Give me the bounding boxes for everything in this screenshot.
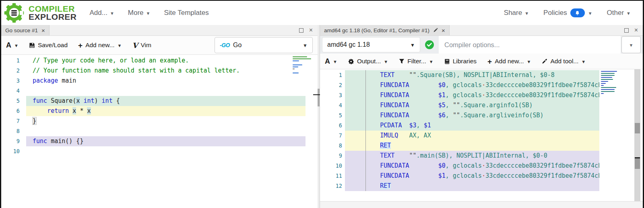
code-line[interactable]: 5 FUNCDATA $6, "".Square.argliveinfo(SB)	[320, 110, 599, 121]
compiler-select[interactable]: amd64 gc 1.18 ▼	[322, 37, 420, 52]
menu-site-templates[interactable]: Site Templates	[164, 9, 208, 17]
close-tab-icon[interactable]: ×	[41, 27, 45, 33]
caret-down-icon: ▼	[527, 59, 531, 64]
tab-title: Go source #1	[5, 27, 38, 33]
code-text: TEXT "".main(SB), NOSPLIT|ABIInternal, $…	[345, 151, 599, 161]
line-number: 2	[1, 66, 26, 76]
code-line[interactable]: 11 FUNCDATA $1, gclocals·33cdeccccebe803…	[320, 171, 599, 181]
line-number: 3	[320, 90, 345, 100]
menu-other[interactable]: Other▼	[607, 9, 631, 17]
caret-down-icon: ▼	[118, 43, 122, 48]
close-tab-icon[interactable]: ×	[442, 27, 445, 33]
vertical-scrollbar[interactable]	[634, 69, 640, 208]
line-number: 4	[320, 100, 345, 110]
scrollbar-thumb[interactable]	[635, 123, 640, 133]
go-logo-icon: -GO	[220, 42, 230, 48]
assembly-minimap[interactable]	[601, 71, 619, 95]
line-number: 6	[1, 106, 26, 116]
code-text	[26, 86, 305, 96]
libraries-button[interactable]: Libraries	[444, 58, 477, 65]
code-line[interactable]: 1// Type your code here, or load an exam…	[1, 56, 305, 66]
code-line[interactable]: 2// Your function name should start with…	[1, 66, 305, 76]
code-line[interactable]: 3 FUNCDATA $1, gclocals·33cdeccccebe8032…	[320, 90, 599, 100]
book-icon	[444, 58, 450, 64]
pane-splitter[interactable]	[318, 25, 320, 208]
indent-guide	[365, 70, 366, 191]
code-line[interactable]: 7 IMULQ AX, AX	[320, 131, 599, 141]
output-button[interactable]: Output... ▼	[348, 58, 388, 65]
scrollbar-thumb[interactable]	[635, 157, 640, 169]
code-line[interactable]: 12 RET	[320, 181, 599, 191]
code-text: FUNCDATA $1, gclocals·33cdeccccebe80329f…	[345, 171, 599, 181]
code-line[interactable]: 8	[1, 126, 305, 136]
code-text	[26, 146, 305, 156]
splitter-handle[interactable]	[318, 89, 320, 106]
plus-icon: +	[78, 42, 83, 49]
language-select[interactable]: -GO Go ▼	[215, 37, 313, 53]
compile-status	[420, 36, 439, 54]
save-icon	[29, 42, 35, 48]
compiler-output-pane: amd64 gc 1.18 (Go, Editor #1, Compiler #…	[320, 25, 643, 208]
code-line[interactable]: 9 TEXT "".main(SB), NOSPLIT|ABIInternal,…	[320, 151, 599, 161]
notification-bell-badge[interactable]	[570, 8, 585, 17]
main-menu: Add...▼ More▼ Site Templates	[90, 9, 209, 17]
code-line[interactable]: 2 FUNCDATA $0, gclocals·33cdeccccebe8032…	[320, 80, 599, 90]
source-minimap[interactable]	[293, 56, 314, 75]
code-line[interactable]: 4	[1, 86, 305, 96]
compiler-explorer-logo[interactable]: COMPILER EXPLORER	[1, 2, 77, 23]
horizontal-scrollbar-area[interactable]	[320, 201, 643, 208]
add-new-button[interactable]: + Add new... ▼	[78, 42, 122, 49]
line-number: 11	[320, 171, 345, 181]
code-line[interactable]: 10 FUNCDATA $0, gclocals·33cdeccccebe803…	[320, 161, 599, 171]
code-line[interactable]: 9func main() {}	[1, 136, 305, 146]
line-number: 10	[320, 161, 345, 171]
code-text: // Type your code here, or load an examp…	[26, 56, 305, 66]
code-line[interactable]: 4 FUNCDATA $5, "".Square.arginfo1(SB)	[320, 100, 599, 110]
compiler-explorer-window: { "header": { "brand": {"line1": "COMPIL…	[0, 0, 644, 208]
tab-compiler-output[interactable]: amd64 gc 1.18 (Go, Editor #1, Compiler #…	[320, 25, 450, 35]
maximize-icon[interactable]	[624, 28, 629, 33]
menu-add[interactable]: Add...▼	[90, 9, 114, 17]
vim-toggle-button[interactable]: V Vim	[132, 41, 151, 50]
save-load-button[interactable]: Save/Load	[29, 42, 68, 49]
line-number: 3	[1, 76, 26, 86]
maximize-icon[interactable]	[299, 28, 303, 33]
code-text: FUNCDATA $1, gclocals·33cdeccccebe80329f…	[345, 90, 599, 100]
edit-title-icon[interactable]	[433, 28, 438, 33]
tab-go-source-1[interactable]: Go source #1 ×	[1, 25, 50, 35]
screwdriver-icon	[542, 58, 547, 64]
compiler-select-value: amd64 gc 1.18	[327, 41, 370, 48]
menu-policies[interactable]: Policies ▼	[543, 8, 592, 17]
code-line[interactable]: 1 TEXT "".Square(SB), NOSPLIT|ABIInterna…	[320, 70, 599, 80]
code-line[interactable]: 10	[1, 146, 305, 156]
code-text: PCDATA $3, $1	[345, 121, 599, 131]
add-tool-button[interactable]: Add tool... ▼	[542, 58, 586, 65]
close-pane-icon[interactable]: ×	[309, 27, 313, 34]
code-line[interactable]: 7}	[1, 116, 305, 126]
code-line[interactable]: 6 return x * x	[1, 106, 305, 116]
code-line[interactable]: 8 RET	[320, 141, 599, 151]
line-number: 9	[320, 151, 345, 161]
bell-icon	[575, 10, 580, 16]
language-select-value: Go	[233, 42, 242, 49]
options-dropdown-button[interactable]: ▼	[621, 36, 641, 53]
font-size-button[interactable]: A ▼	[325, 57, 337, 66]
workspace: Go source #1 × × A ▼	[1, 25, 643, 208]
menu-more[interactable]: More▼	[128, 9, 151, 17]
menu-share[interactable]: Share▼	[504, 9, 529, 17]
font-size-button[interactable]: A ▼	[6, 41, 19, 50]
add-new-button[interactable]: + Add new... ▼	[487, 58, 531, 65]
code-line[interactable]: 5func Square(x int) int {	[1, 96, 305, 106]
code-text: FUNCDATA $5, "".Square.arginfo1(SB)	[345, 100, 599, 110]
compiler-options-input[interactable]	[439, 36, 621, 54]
close-pane-icon[interactable]: ×	[634, 27, 638, 34]
code-line[interactable]: 3package main	[1, 76, 305, 86]
code-line[interactable]: 6 PCDATA $3, $1	[320, 121, 599, 131]
filter-button[interactable]: Filter... ▼	[399, 58, 433, 65]
line-number: 5	[1, 96, 26, 106]
line-number: 8	[320, 141, 345, 151]
code-text: }	[26, 116, 305, 126]
source-code-editor[interactable]: 1// Type your code here, or load an exam…	[1, 55, 318, 208]
assembly-output-editor[interactable]: 1 TEXT "".Square(SB), NOSPLIT|ABIInterna…	[320, 69, 643, 208]
line-number: 8	[1, 126, 26, 136]
